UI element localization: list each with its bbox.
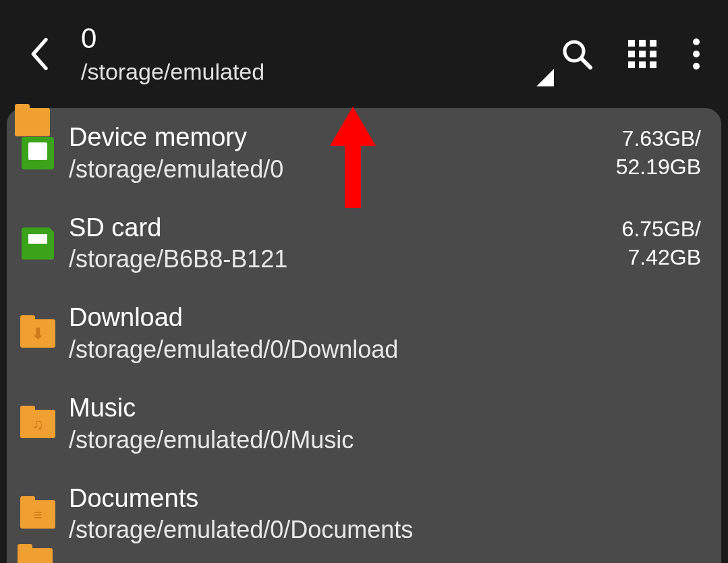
svg-rect-5 bbox=[650, 40, 656, 47]
folder-music-icon: ♫ bbox=[19, 405, 57, 443]
storage-item-title: Download bbox=[69, 303, 701, 333]
svg-marker-0 bbox=[536, 69, 554, 86]
svg-line-2 bbox=[582, 59, 590, 68]
top-bar: 0 /storage/emulated bbox=[0, 0, 728, 108]
svg-rect-11 bbox=[650, 61, 656, 68]
folder-icon bbox=[18, 548, 53, 563]
storage-total: 52.19GB bbox=[616, 153, 701, 182]
storage-total: 7.42GB bbox=[622, 244, 701, 272]
storage-item-title: SD card bbox=[69, 213, 622, 243]
svg-rect-6 bbox=[628, 51, 635, 57]
storage-item-download[interactable]: ⬇ Download /storage/emulated/0/Download bbox=[7, 288, 721, 379]
device-memory-icon bbox=[19, 134, 57, 172]
storage-item-path: /storage/B6B8-B121 bbox=[69, 245, 622, 273]
chevron-left-icon bbox=[30, 38, 51, 70]
storage-item-text: SD card /storage/B6B8-B121 bbox=[57, 213, 622, 274]
svg-rect-7 bbox=[639, 51, 646, 57]
more-vert-icon bbox=[692, 38, 701, 70]
svg-point-14 bbox=[693, 63, 700, 70]
svg-rect-8 bbox=[650, 51, 656, 57]
svg-rect-4 bbox=[639, 40, 646, 47]
action-bar bbox=[561, 38, 715, 70]
storage-used: 7.63GB/ bbox=[616, 125, 701, 153]
storage-item-documents[interactable]: ≡ Documents /storage/emulated/0/Document… bbox=[7, 469, 721, 560]
storage-dropdown-panel: Device memory /storage/emulated/0 7.63GB… bbox=[7, 108, 721, 563]
svg-rect-9 bbox=[628, 61, 635, 68]
storage-item-size: 6.75GB/ 7.42GB bbox=[622, 215, 701, 271]
storage-item-title: Music bbox=[69, 394, 701, 423]
storage-item-path: /storage/emulated/0/Documents bbox=[69, 516, 701, 544]
folder-icon bbox=[15, 108, 50, 136]
search-icon bbox=[561, 38, 593, 70]
search-button[interactable] bbox=[561, 38, 593, 70]
sd-card-icon bbox=[19, 225, 57, 263]
storage-item-music[interactable]: ♫ Music /storage/emulated/0/Music bbox=[7, 379, 721, 469]
storage-item-size: 7.63GB/ 52.19GB bbox=[616, 125, 701, 181]
storage-item-path: /storage/emulated/0/Music bbox=[69, 426, 701, 454]
storage-item-path: /storage/emulated/0 bbox=[69, 155, 616, 184]
svg-point-12 bbox=[693, 38, 700, 45]
overflow-menu-button[interactable] bbox=[692, 38, 701, 70]
svg-point-13 bbox=[693, 51, 700, 57]
storage-item-sd-card[interactable]: SD card /storage/B6B8-B121 6.75GB/ 7.42G… bbox=[7, 198, 721, 289]
storage-item-title: Documents bbox=[69, 484, 701, 514]
back-button[interactable] bbox=[13, 38, 67, 70]
svg-rect-3 bbox=[628, 40, 635, 47]
storage-item-text: Device memory /storage/emulated/0 bbox=[57, 123, 616, 184]
storage-item-text: Music /storage/emulated/0/Music bbox=[57, 394, 701, 454]
storage-item-title: Device memory bbox=[69, 123, 616, 153]
grid-view-button[interactable] bbox=[627, 38, 658, 70]
svg-rect-10 bbox=[639, 61, 646, 68]
folder-documents-icon: ≡ bbox=[19, 495, 57, 533]
current-folder-name: 0 bbox=[81, 23, 561, 54]
folder-download-icon: ⬇ bbox=[19, 315, 57, 352]
dropdown-triangle-icon bbox=[536, 69, 554, 89]
storage-item-text: Download /storage/emulated/0/Download bbox=[57, 303, 701, 364]
storage-item-device-memory[interactable]: Device memory /storage/emulated/0 7.63GB… bbox=[7, 108, 721, 198]
path-dropdown[interactable]: 0 /storage/emulated bbox=[67, 23, 561, 84]
storage-used: 6.75GB/ bbox=[622, 215, 701, 244]
grid-icon bbox=[627, 38, 658, 70]
storage-item-path: /storage/emulated/0/Download bbox=[69, 336, 701, 364]
current-folder-path: /storage/emulated bbox=[81, 59, 561, 85]
storage-item-text: Documents /storage/emulated/0/Documents bbox=[57, 484, 701, 545]
